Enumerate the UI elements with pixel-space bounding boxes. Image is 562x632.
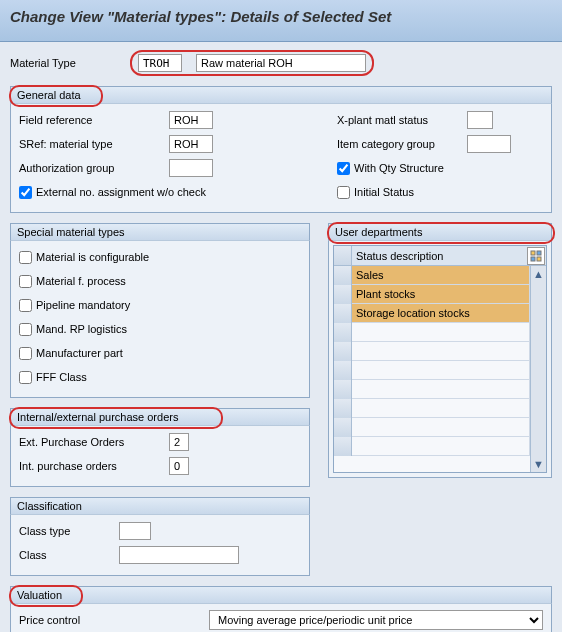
material-type-label: Material Type xyxy=(10,57,130,69)
purchase-orders-header: Internal/external purchase orders xyxy=(10,408,310,426)
row-selector[interactable] xyxy=(334,361,352,380)
status-description-column-header[interactable]: Status description xyxy=(352,250,527,262)
row-selector[interactable] xyxy=(334,304,352,323)
page-title: Change View "Material types": Details of… xyxy=(10,8,552,25)
status-description-cell[interactable] xyxy=(352,437,530,455)
class-input[interactable] xyxy=(119,546,239,564)
external-no-checkbox[interactable] xyxy=(19,186,32,199)
valuation-header: Valuation xyxy=(10,586,552,604)
class-type-label: Class type xyxy=(19,525,119,537)
ext-purchase-orders-input[interactable] xyxy=(169,433,189,451)
user-departments-header: User departments xyxy=(328,223,552,241)
panel-general-data: General data Field reference SRef: mater… xyxy=(10,86,552,213)
table-row[interactable] xyxy=(334,399,546,418)
classification-header: Classification xyxy=(10,497,310,515)
row-selector[interactable] xyxy=(334,323,352,342)
xplant-status-input[interactable] xyxy=(467,111,493,129)
initial-status-checkbox[interactable] xyxy=(337,186,350,199)
status-description-cell[interactable]: Plant stocks xyxy=(352,285,530,303)
scroll-up-icon[interactable]: ▲ xyxy=(532,267,546,281)
panel-classification: Classification Class type Class xyxy=(10,497,310,576)
row-selector-header xyxy=(334,246,352,265)
with-qty-structure-label: With Qty Structure xyxy=(354,162,444,174)
sref-material-type-label: SRef: material type xyxy=(19,138,169,150)
sref-material-type-input[interactable] xyxy=(169,135,213,153)
field-reference-label: Field reference xyxy=(19,114,169,126)
general-data-header: General data xyxy=(10,86,552,104)
fff-class-label: FFF Class xyxy=(36,371,87,383)
table-row[interactable]: Sales xyxy=(334,266,546,285)
int-purchase-orders-input[interactable] xyxy=(169,457,189,475)
user-departments-table: Status description SalesPlant stocksStor… xyxy=(333,245,547,473)
xplant-status-label: X-plant matl status xyxy=(337,114,467,126)
svg-rect-3 xyxy=(537,257,541,261)
material-configurable-checkbox[interactable] xyxy=(19,251,32,264)
field-reference-input[interactable] xyxy=(169,111,213,129)
material-type-desc-input[interactable] xyxy=(196,54,366,72)
authorization-group-input[interactable] xyxy=(169,159,213,177)
table-settings-icon[interactable] xyxy=(527,247,545,265)
material-type-group xyxy=(130,50,374,76)
row-selector[interactable] xyxy=(334,437,352,456)
material-configurable-label: Material is configurable xyxy=(36,251,149,263)
status-description-cell[interactable] xyxy=(352,323,530,341)
table-row[interactable] xyxy=(334,361,546,380)
manufacturer-part-checkbox[interactable] xyxy=(19,347,32,360)
row-selector[interactable] xyxy=(334,342,352,361)
authorization-group-label: Authorization group xyxy=(19,162,169,174)
class-label: Class xyxy=(19,549,119,561)
table-row[interactable] xyxy=(334,380,546,399)
panel-purchase-orders: Internal/external purchase orders Ext. P… xyxy=(10,408,310,487)
material-f-process-checkbox[interactable] xyxy=(19,275,32,288)
initial-status-label: Initial Status xyxy=(354,186,414,198)
row-selector[interactable] xyxy=(334,418,352,437)
status-description-cell[interactable] xyxy=(352,399,530,417)
status-description-cell[interactable]: Sales xyxy=(352,266,530,284)
fff-class-checkbox[interactable] xyxy=(19,371,32,384)
svg-rect-2 xyxy=(531,257,535,261)
svg-rect-0 xyxy=(531,251,535,255)
table-row[interactable]: Plant stocks xyxy=(334,285,546,304)
status-description-cell[interactable] xyxy=(352,380,530,398)
table-row[interactable] xyxy=(334,323,546,342)
scroll-down-icon[interactable]: ▼ xyxy=(532,457,546,471)
status-description-cell[interactable] xyxy=(352,361,530,379)
table-row[interactable]: Storage location stocks xyxy=(334,304,546,323)
material-f-process-label: Material f. process xyxy=(36,275,126,287)
row-selector[interactable] xyxy=(334,380,352,399)
int-purchase-orders-label: Int. purchase orders xyxy=(19,460,169,472)
mand-rp-logistics-label: Mand. RP logistics xyxy=(36,323,127,335)
row-selector[interactable] xyxy=(334,285,352,304)
panel-valuation: Valuation Price control Moving average p… xyxy=(10,586,552,632)
mand-rp-logistics-checkbox[interactable] xyxy=(19,323,32,336)
item-category-group-input[interactable] xyxy=(467,135,511,153)
pipeline-mandatory-label: Pipeline mandatory xyxy=(36,299,130,311)
item-category-group-label: Item category group xyxy=(337,138,467,150)
table-row[interactable] xyxy=(334,418,546,437)
row-selector[interactable] xyxy=(334,399,352,418)
price-control-label: Price control xyxy=(19,614,209,626)
external-no-label: External no. assignment w/o check xyxy=(36,186,206,198)
status-description-cell[interactable]: Storage location stocks xyxy=(352,304,530,322)
material-type-code-input[interactable] xyxy=(138,54,182,72)
table-row[interactable] xyxy=(334,437,546,456)
row-selector[interactable] xyxy=(334,266,352,285)
with-qty-structure-checkbox[interactable] xyxy=(337,162,350,175)
panel-special-material-types: Special material types Material is confi… xyxy=(10,223,310,398)
class-type-input[interactable] xyxy=(119,522,151,540)
scrollbar[interactable]: ▲ ▼ xyxy=(530,266,546,472)
manufacturer-part-label: Manufacturer part xyxy=(36,347,123,359)
special-material-types-header: Special material types xyxy=(10,223,310,241)
ext-purchase-orders-label: Ext. Purchase Orders xyxy=(19,436,169,448)
status-description-cell[interactable] xyxy=(352,418,530,436)
svg-rect-1 xyxy=(537,251,541,255)
table-row[interactable] xyxy=(334,342,546,361)
price-control-select[interactable]: Moving average price/periodic unit price xyxy=(209,610,543,630)
pipeline-mandatory-checkbox[interactable] xyxy=(19,299,32,312)
panel-user-departments: User departments Status description Sale… xyxy=(328,223,552,478)
status-description-cell[interactable] xyxy=(352,342,530,360)
